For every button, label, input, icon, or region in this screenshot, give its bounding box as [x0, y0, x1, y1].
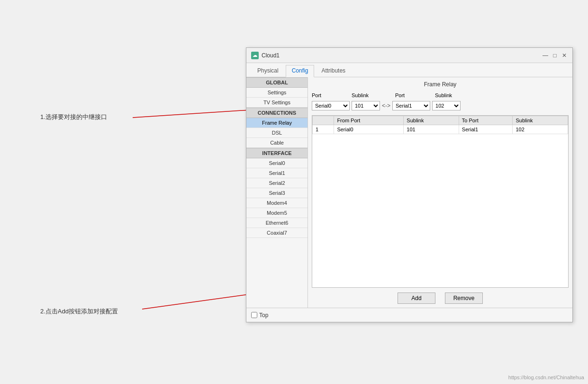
port-right-select[interactable]: Serial1 Serial0: [392, 101, 430, 110]
annotation-2: 2.点击Add按钮添加对接配置: [40, 307, 118, 316]
sidebar-item-serial2[interactable]: Serial2: [246, 178, 308, 188]
top-checkbox-label: Top: [251, 312, 268, 319]
titlebar-left: ☁ Cloud1: [251, 52, 280, 59]
sidebar-item-modem4[interactable]: Modem4: [246, 198, 308, 208]
remove-button[interactable]: Remove: [445, 293, 483, 304]
window-icon: ☁: [251, 52, 259, 59]
col-sublink-to: Sublink: [513, 116, 568, 125]
sidebar-item-dsl[interactable]: DSL: [246, 128, 308, 138]
right-panel: Frame Relay Port Sublink Port Sublink Se…: [308, 77, 572, 308]
col-from-port: From Port: [334, 116, 404, 125]
sublink-left-select[interactable]: 101 102: [352, 101, 380, 110]
sidebar-item-tv-settings[interactable]: TV Settings: [246, 98, 308, 108]
maximize-button[interactable]: □: [552, 52, 558, 59]
annotation-1: 1.选择要对接的中继接口: [40, 113, 107, 121]
tab-config[interactable]: Config: [286, 65, 315, 77]
sidebar-item-serial0[interactable]: Serial0: [246, 158, 308, 168]
sublink-right-label: Sublink: [435, 92, 463, 98]
arrow-connector: <->: [382, 102, 390, 109]
row-sublink-to: 102: [513, 125, 568, 134]
sidebar-item-settings[interactable]: Settings: [246, 88, 308, 98]
global-header: GLOBAL: [246, 77, 308, 88]
top-checkbox[interactable]: [251, 312, 257, 318]
sidebar-item-cable[interactable]: Cable: [246, 138, 308, 148]
sublink-right-select[interactable]: 102 101: [432, 101, 461, 110]
sidebar-item-modem5[interactable]: Modem5: [246, 208, 308, 218]
row-to-port: Serial1: [459, 125, 513, 134]
frame-relay-title: Frame Relay: [312, 81, 569, 88]
titlebar-controls: — □ ✕: [542, 52, 568, 59]
row-index: 1: [313, 125, 334, 134]
minimize-button[interactable]: —: [542, 52, 549, 59]
port-config-row: Serial0 Serial1 101 102 <-> Serial1 Seri…: [312, 101, 569, 110]
sidebar-item-frame-relay[interactable]: Frame Relay: [246, 118, 308, 128]
content-area: GLOBAL Settings TV Settings CONNECTIONS …: [246, 77, 572, 308]
table-row[interactable]: 1 Serial0 101 Serial1 102: [313, 125, 568, 134]
sidebar-item-coaxial7[interactable]: Coaxial7: [246, 228, 308, 238]
close-button[interactable]: ✕: [561, 52, 568, 59]
titlebar: ☁ Cloud1 — □ ✕: [246, 48, 572, 63]
window-title: Cloud1: [262, 52, 280, 59]
add-button[interactable]: Add: [398, 293, 435, 304]
row-sublink-from: 101: [404, 125, 459, 134]
port-left-label: Port: [312, 92, 350, 98]
interface-header: INTERFACE: [246, 148, 308, 158]
port-label-row: Port Sublink Port Sublink: [312, 92, 569, 98]
connections-header: CONNECTIONS: [246, 108, 308, 118]
sidebar-item-ethernet6[interactable]: Ethernet6: [246, 218, 308, 228]
sidebar-item-serial3[interactable]: Serial3: [246, 188, 308, 198]
col-to-port: To Port: [459, 116, 513, 125]
tabbar: Physical Config Attributes: [246, 63, 572, 77]
sidebar: GLOBAL Settings TV Settings CONNECTIONS …: [246, 77, 308, 308]
top-label: Top: [259, 312, 268, 319]
sublink-left-label: Sublink: [352, 92, 380, 98]
col-sublink-from: Sublink: [404, 116, 459, 125]
tab-attributes[interactable]: Attributes: [315, 65, 352, 77]
bottombar: Top: [246, 308, 572, 322]
sidebar-item-serial1[interactable]: Serial1: [246, 168, 308, 178]
button-row: Add Remove: [312, 293, 569, 304]
tab-physical[interactable]: Physical: [251, 65, 285, 77]
row-from-port: Serial0: [334, 125, 404, 134]
port-right-label: Port: [395, 92, 433, 98]
port-left-select[interactable]: Serial0 Serial1: [312, 101, 350, 110]
col-index: [313, 116, 334, 125]
connections-table-container: From Port Sublink To Port Sublink 1 Seri…: [312, 115, 569, 288]
cloud1-window: ☁ Cloud1 — □ ✕ Physical Config Attribute…: [246, 47, 573, 322]
connections-table: From Port Sublink To Port Sublink 1 Seri…: [312, 116, 568, 134]
watermark: https://blog.csdn.net/Chinaltehua: [508, 375, 584, 380]
